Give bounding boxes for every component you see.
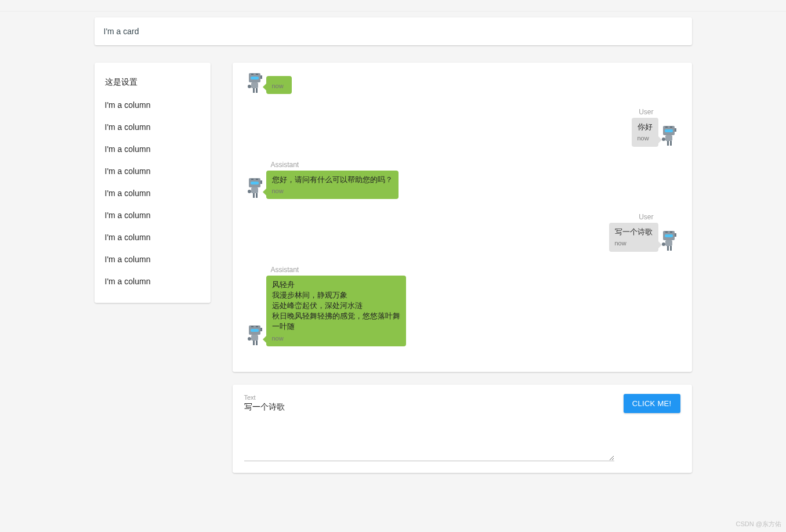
sidebar-item[interactable]: I'm a column — [105, 116, 200, 138]
message-column: User你好now — [632, 108, 658, 147]
svg-rect-16 — [670, 141, 672, 146]
sidebar-item[interactable]: I'm a column — [105, 248, 200, 270]
sidebar-item[interactable]: I'm a column — [105, 226, 200, 248]
svg-rect-39 — [256, 326, 258, 327]
message-bubble: 写一个诗歌now — [609, 223, 658, 252]
svg-rect-6 — [253, 88, 255, 93]
textarea-wrap: Text — [244, 394, 614, 461]
message-bubble: now — [266, 76, 292, 94]
message-row: User写一个诗歌now — [244, 213, 680, 252]
svg-rect-42 — [253, 341, 255, 345]
svg-rect-22 — [260, 180, 262, 184]
svg-rect-43 — [256, 341, 258, 345]
svg-rect-12 — [670, 126, 672, 128]
svg-rect-38 — [251, 326, 253, 327]
message-sender: Assistant — [271, 161, 394, 169]
svg-rect-3 — [256, 74, 258, 75]
message-row: User你好now — [244, 108, 680, 147]
sidebar-item[interactable]: I'm a column — [105, 182, 200, 204]
svg-rect-21 — [256, 179, 258, 180]
sidebar-item[interactable]: I'm a column — [105, 204, 200, 226]
message-column: User写一个诗歌now — [609, 213, 658, 252]
svg-rect-20 — [251, 179, 253, 180]
main-row: 这是设置 I'm a columnI'm a columnI'm a colum… — [95, 63, 692, 479]
message-sender: Assistant — [271, 266, 401, 274]
message-column: Assistant您好，请问有什么可以帮助您的吗？now — [266, 161, 399, 200]
svg-rect-11 — [665, 126, 668, 128]
avatar — [658, 230, 680, 252]
svg-rect-13 — [675, 128, 676, 132]
svg-rect-40 — [260, 328, 262, 331]
textarea-label: Text — [244, 394, 614, 401]
header-card: I'm a card — [95, 17, 692, 45]
svg-rect-37 — [251, 329, 259, 332]
svg-rect-29 — [665, 231, 668, 233]
svg-rect-28 — [665, 234, 673, 237]
message-timestamp: now — [272, 82, 286, 91]
message-textarea[interactable] — [244, 402, 614, 461]
page-container: I'm a card 这是设置 I'm a columnI'm a column… — [95, 12, 692, 496]
message-text: 写一个诗歌 — [615, 227, 653, 237]
sidebar-settings-label: 这是设置 — [105, 71, 200, 94]
sidebar-items: I'm a columnI'm a columnI'm a columnI'm … — [105, 94, 200, 292]
robot-icon — [245, 72, 265, 94]
message-bubble: 你好now — [632, 118, 658, 147]
main-column: nowUser你好now Assistant您好，请问有什么可以帮助您的吗？no… — [233, 63, 692, 479]
chat-card: nowUser你好now Assistant您好，请问有什么可以帮助您的吗？no… — [233, 63, 692, 372]
svg-rect-19 — [251, 182, 259, 184]
svg-point-8 — [248, 85, 251, 88]
svg-rect-24 — [253, 193, 255, 198]
svg-point-44 — [248, 337, 251, 341]
chat-messages: nowUser你好now Assistant您好，请问有什么可以帮助您的吗？no… — [244, 72, 680, 346]
svg-rect-23 — [251, 187, 258, 193]
avatar — [244, 177, 266, 199]
message-row: now — [244, 72, 680, 94]
message-column: now — [266, 76, 292, 94]
message-bubble: 风轻舟 我漫步林间，静观万象 远处峰峦起伏，深处河水涟 秋日晚风轻舞轻拂的感觉，… — [266, 276, 406, 346]
sidebar-item[interactable]: I'm a column — [105, 160, 200, 182]
robot-icon — [660, 125, 679, 147]
svg-rect-15 — [667, 141, 669, 146]
message-text: 风轻舟 我漫步林间，静观万象 远处峰峦起伏，深处河水涟 秋日晚风轻舞轻拂的感觉，… — [272, 280, 400, 332]
message-row: Assistant您好，请问有什么可以帮助您的吗？now — [244, 161, 680, 200]
svg-rect-4 — [260, 75, 262, 79]
message-column: Assistant风轻舟 我漫步林间，静观万象 远处峰峦起伏，深处河水涟 秋日晚… — [266, 266, 406, 346]
svg-rect-14 — [665, 135, 672, 141]
send-button[interactable]: CLICK ME! — [624, 394, 680, 413]
avatar — [244, 324, 266, 346]
top-bar — [0, 0, 786, 12]
svg-rect-31 — [675, 233, 676, 237]
sidebar-card: 这是设置 I'm a columnI'm a columnI'm a colum… — [95, 63, 211, 303]
svg-rect-41 — [251, 335, 258, 341]
input-card: Text CLICK ME! — [233, 385, 692, 473]
robot-icon — [245, 177, 265, 199]
robot-icon — [660, 230, 679, 252]
sidebar: 这是设置 I'm a columnI'm a columnI'm a colum… — [95, 63, 211, 479]
svg-rect-25 — [256, 193, 258, 198]
svg-rect-30 — [670, 231, 672, 233]
svg-rect-32 — [665, 240, 672, 246]
svg-rect-5 — [251, 82, 258, 88]
message-sender: User — [639, 108, 653, 116]
svg-rect-33 — [667, 246, 669, 251]
robot-icon — [245, 324, 265, 346]
svg-rect-34 — [670, 246, 672, 251]
message-text: 您好，请问有什么可以帮助您的吗？ — [272, 175, 393, 185]
sidebar-item[interactable]: I'm a column — [105, 270, 200, 292]
input-row: Text CLICK ME! — [244, 394, 680, 461]
message-bubble: 您好，请问有什么可以帮助您的吗？now — [266, 171, 399, 200]
svg-rect-10 — [665, 129, 673, 132]
message-timestamp: now — [272, 334, 400, 343]
sidebar-item[interactable]: I'm a column — [105, 138, 200, 160]
svg-point-26 — [248, 190, 251, 193]
message-timestamp: now — [615, 239, 653, 248]
sidebar-item[interactable]: I'm a column — [105, 94, 200, 116]
message-row: Assistant风轻舟 我漫步林间，静观万象 远处峰峦起伏，深处河水涟 秋日晚… — [244, 266, 680, 346]
message-sender: User — [639, 213, 653, 221]
avatar — [658, 125, 680, 147]
svg-rect-1 — [251, 77, 259, 79]
header-title: I'm a card — [104, 27, 139, 36]
avatar — [244, 72, 266, 94]
message-text: 你好 — [638, 122, 653, 132]
svg-rect-2 — [251, 74, 253, 75]
